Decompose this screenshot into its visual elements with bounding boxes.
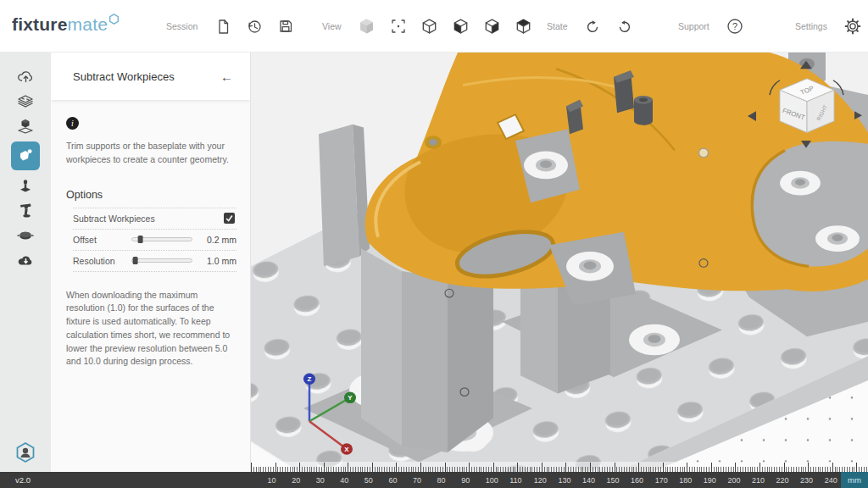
workpiece-on-plate-icon bbox=[16, 118, 35, 135]
fixturemate-app: fixturemate Session View bbox=[0, 0, 868, 488]
undo-button[interactable] bbox=[584, 17, 603, 36]
wireframe-view-button[interactable] bbox=[420, 17, 439, 36]
wireframe-cube-icon bbox=[421, 18, 437, 35]
cube-top-face-dark-icon bbox=[515, 18, 531, 35]
new-file-icon bbox=[215, 19, 231, 35]
session-history-button[interactable] bbox=[245, 17, 264, 36]
tool-download[interactable] bbox=[10, 248, 41, 271]
fixture-support-rear[interactable] bbox=[319, 125, 370, 267]
tool-workpieces[interactable] bbox=[10, 114, 41, 137]
undo-icon bbox=[585, 19, 601, 35]
gear-icon bbox=[844, 18, 861, 35]
logo-text-fixture: fixture bbox=[12, 14, 68, 34]
panel-description: Trim supports or the baseplate with your… bbox=[66, 140, 235, 167]
ruler-bar: 1020304050607080901001101201301401501601… bbox=[251, 472, 868, 488]
fit-view-button[interactable] bbox=[389, 17, 408, 36]
hide-right-face-view-button[interactable] bbox=[483, 17, 502, 36]
help-button[interactable]: ? bbox=[726, 17, 744, 36]
shaded-view-button[interactable] bbox=[358, 17, 376, 36]
option-row-resolution: Resolution 1.0 mm bbox=[73, 251, 236, 272]
resolution-slider[interactable] bbox=[131, 258, 192, 263]
hide-left-face-view-button[interactable] bbox=[452, 17, 470, 36]
tool-subtract-workpieces[interactable] bbox=[11, 141, 40, 170]
support-group: Support ? bbox=[678, 0, 744, 53]
hide-top-face-view-button[interactable] bbox=[515, 17, 533, 36]
subtract-workpieces-icon bbox=[17, 147, 34, 164]
cube-right-face-dark-icon bbox=[484, 18, 500, 35]
cloud-upload-icon bbox=[17, 69, 35, 86]
option-row-subtract: Subtract Workpieces bbox=[73, 208, 236, 230]
header-bar: fixturemate Session View bbox=[0, 0, 868, 53]
settings-label: Settings bbox=[795, 21, 827, 31]
version-bar: v2.0 bbox=[0, 472, 251, 488]
settings-button[interactable] bbox=[843, 17, 862, 36]
offset-value: 0.2 mm bbox=[201, 235, 236, 245]
ruler-unit-badge: mm bbox=[841, 472, 868, 488]
new-session-button[interactable] bbox=[214, 17, 232, 36]
tool-baseplate[interactable] bbox=[10, 90, 41, 113]
svg-text:?: ? bbox=[732, 21, 737, 31]
option-label: Offset bbox=[73, 235, 131, 245]
info-icon: i bbox=[66, 117, 79, 130]
panel-back-button[interactable]: ← bbox=[220, 69, 233, 84]
subtract-checkbox[interactable] bbox=[224, 213, 235, 224]
support-pillar-icon bbox=[16, 177, 35, 195]
tool-clamps[interactable] bbox=[10, 199, 41, 222]
options-rows: Subtract Workpieces Offset 0.2 mm Resolu… bbox=[73, 208, 236, 272]
resolution-note: When downloading the maximum resolution … bbox=[66, 289, 235, 369]
account-hexagon-icon bbox=[14, 441, 36, 463]
history-clock-icon bbox=[247, 19, 263, 35]
session-group: Session bbox=[166, 0, 295, 53]
offset-slider-handle[interactable] bbox=[138, 236, 143, 243]
account-button[interactable] bbox=[10, 441, 41, 463]
tool-cloud-upload[interactable] bbox=[10, 65, 41, 88]
state-label: State bbox=[547, 21, 568, 31]
solid-cube-icon bbox=[359, 18, 375, 35]
clamp-icon bbox=[17, 202, 34, 219]
logo-hexagon-icon bbox=[108, 14, 120, 25]
tool-rail bbox=[0, 53, 51, 472]
option-label: Resolution bbox=[73, 256, 131, 266]
save-session-button[interactable] bbox=[276, 17, 295, 36]
tool-labels[interactable] bbox=[10, 224, 41, 247]
question-circle-icon: ? bbox=[726, 18, 743, 35]
view-label: View bbox=[322, 21, 342, 31]
redo-icon bbox=[616, 19, 632, 35]
logo-text-mate: mate bbox=[68, 14, 108, 34]
option-row-offset: Offset 0.2 mm bbox=[73, 230, 236, 251]
viewport-3d-scene[interactable]: TOP FRONT RIGHT Z Y X bbox=[251, 53, 868, 472]
tool-supports[interactable] bbox=[10, 175, 41, 197]
app-logo: fixturemate bbox=[12, 14, 119, 35]
puck-icon bbox=[16, 228, 35, 243]
axis-y-label: Y bbox=[348, 394, 353, 402]
resolution-slider-handle[interactable] bbox=[132, 257, 137, 264]
version-label: v2.0 bbox=[15, 475, 31, 485]
subtract-workpieces-panel: Subtract Workpieces ← i Trim supports or… bbox=[51, 53, 251, 472]
support-label: Support bbox=[678, 21, 709, 31]
options-heading: Options bbox=[66, 189, 250, 201]
redo-button[interactable] bbox=[615, 17, 634, 36]
ruler-ticks bbox=[251, 462, 868, 472]
checkmark-icon bbox=[225, 214, 234, 223]
offset-slider[interactable] bbox=[131, 237, 192, 241]
session-label: Session bbox=[166, 21, 198, 31]
viewport-3d[interactable]: TOP FRONT RIGHT Z Y X 102030405060708090… bbox=[251, 53, 868, 488]
resolution-value: 1.0 mm bbox=[201, 256, 236, 266]
panel-header: Subtract Workpieces ← bbox=[51, 53, 250, 100]
state-group: State bbox=[547, 0, 634, 53]
axis-x-label: X bbox=[344, 446, 349, 453]
settings-group: Settings bbox=[795, 0, 862, 53]
panel-title: Subtract Workpieces bbox=[73, 70, 175, 83]
option-label: Subtract Workpieces bbox=[73, 214, 224, 224]
baseplate-layers-icon bbox=[16, 93, 35, 110]
view-group: View bbox=[322, 0, 533, 53]
cube-left-face-dark-icon bbox=[453, 18, 469, 35]
center-focus-icon bbox=[391, 19, 406, 34]
cloud-download-icon bbox=[17, 252, 35, 268]
save-icon bbox=[278, 19, 293, 34]
axis-z-label: Z bbox=[308, 375, 312, 383]
